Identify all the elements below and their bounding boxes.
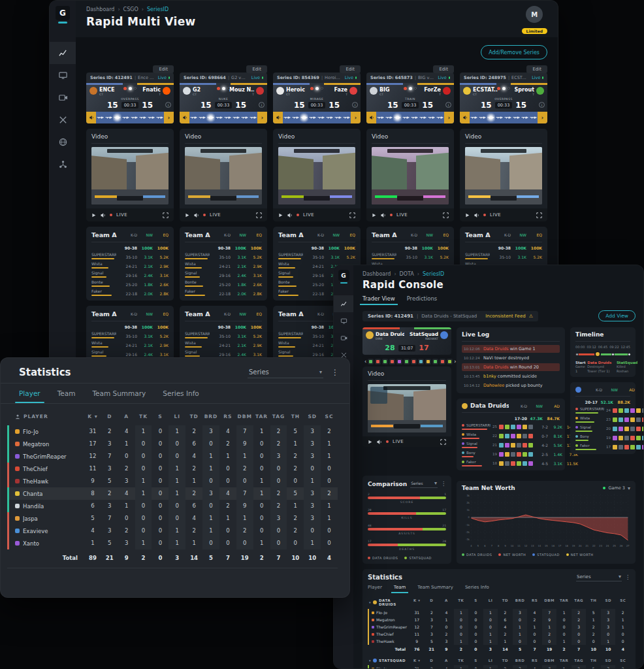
sidebar-item-video-icon[interactable] xyxy=(50,86,76,108)
column-header-d[interactable]: D xyxy=(425,656,440,665)
column-header-sc[interactable]: SC xyxy=(615,596,630,609)
breadcrumb-item-dashboard[interactable]: Dashboard xyxy=(86,7,114,12)
more-menu-icon[interactable]: ⋮ xyxy=(441,481,446,487)
series-dropdown[interactable]: Series▾ xyxy=(576,573,622,581)
log-entry[interactable]: 10:12:06 Data Druids win Game 1 xyxy=(462,345,560,353)
fullscreen-icon[interactable] xyxy=(440,439,446,445)
player-name-cell[interactable]: TheGrimReaper xyxy=(7,450,84,463)
play-icon[interactable] xyxy=(185,213,189,218)
player-name-cell[interactable]: TheHawk xyxy=(368,638,410,645)
add-view-button[interactable]: Add View xyxy=(598,310,636,321)
column-header-a[interactable]: A xyxy=(439,656,454,665)
next-icon[interactable]: › xyxy=(538,112,547,123)
column-header-sc[interactable]: SC xyxy=(615,656,630,665)
edit-button[interactable]: Edit xyxy=(526,65,547,73)
series-card[interactable]: Series ID: 248975| ECSTATIC vs Sprout Li… xyxy=(460,73,547,123)
log-entry[interactable]: 10:14:12 Dahowlee picked up bounty xyxy=(462,382,560,389)
breadcrumb-item-dashboard[interactable]: Dashboard xyxy=(362,271,391,277)
tab-series-info[interactable]: Series Info xyxy=(163,389,199,403)
player-name-cell[interactable]: Megatron xyxy=(368,616,410,623)
next-icon[interactable]: › xyxy=(164,112,174,123)
column-header-d[interactable]: D xyxy=(101,408,118,425)
tab-trader-view[interactable]: Trader View xyxy=(362,295,395,305)
speaker-icon[interactable] xyxy=(460,112,470,123)
tab-team-summary[interactable]: Team Summary xyxy=(92,389,146,403)
tab-team[interactable]: Team xyxy=(57,389,76,403)
player-name-cell[interactable]: TheChief xyxy=(7,463,84,475)
tab-team-summary[interactable]: Team Summary xyxy=(417,585,453,593)
edit-button[interactable]: Edit xyxy=(340,65,361,73)
column-header-td[interactable]: TD xyxy=(498,596,513,609)
app-logo[interactable]: G xyxy=(56,6,70,20)
column-header-td[interactable]: TD xyxy=(498,656,513,665)
column-header-rs[interactable]: RS xyxy=(527,596,542,609)
player-name-cell[interactable]: Handila xyxy=(7,500,84,512)
column-header-k[interactable]: K ▾ xyxy=(84,408,101,425)
volume-icon[interactable] xyxy=(376,439,382,445)
log-entry[interactable]: 10:12:24 NaVi tower destroyed xyxy=(462,354,560,362)
player-name-cell[interactable]: Flo-Jo xyxy=(368,609,410,616)
column-header-dbm[interactable]: DBM xyxy=(542,596,557,609)
video-thumbnail[interactable] xyxy=(278,147,355,204)
column-header-tag[interactable]: TAG xyxy=(572,596,587,609)
column-header-rs[interactable]: RS xyxy=(527,656,542,665)
column-header-li[interactable]: LI xyxy=(483,656,498,665)
sidebar-item-network-icon[interactable] xyxy=(50,153,76,175)
sidebar-item-tools-icon[interactable] xyxy=(50,108,76,131)
tab-series-info[interactable]: Series Info xyxy=(465,585,489,593)
speaker-icon[interactable] xyxy=(273,112,283,123)
volume-icon[interactable] xyxy=(474,212,479,218)
sidebar-item-monitor-icon[interactable] xyxy=(334,312,353,329)
column-header-li[interactable]: LI xyxy=(483,596,498,609)
more-menu-icon[interactable]: ⋮ xyxy=(625,574,630,580)
play-icon[interactable] xyxy=(465,213,470,218)
sidebar-item-video-icon[interactable] xyxy=(334,329,353,346)
volume-icon[interactable] xyxy=(100,212,106,218)
column-header-li[interactable]: LI xyxy=(169,408,185,425)
speaker-icon[interactable] xyxy=(366,112,376,123)
fullscreen-icon[interactable] xyxy=(536,212,542,218)
series-card[interactable]: Series ID: 412491| Ence vs Fnatic Live E… xyxy=(86,73,174,123)
player-name-cell[interactable]: Jaspa xyxy=(7,512,84,525)
next-icon[interactable]: › xyxy=(454,359,456,365)
info-icon[interactable]: i xyxy=(259,102,265,108)
play-icon[interactable] xyxy=(91,213,96,218)
player-name-cell[interactable]: Chanta xyxy=(7,487,84,500)
column-header-sd[interactable]: SD xyxy=(601,656,616,665)
next-icon[interactable]: › xyxy=(257,112,267,123)
tab-player[interactable]: Player xyxy=(368,585,382,593)
fullscreen-icon[interactable] xyxy=(443,212,449,218)
more-menu-icon[interactable]: ⋮ xyxy=(331,368,339,377)
add-remove-series-button[interactable]: Add/Remove Series xyxy=(481,45,547,59)
speaker-icon[interactable] xyxy=(180,112,189,123)
column-header-player[interactable]: PLAYER xyxy=(7,408,84,425)
play-icon[interactable] xyxy=(368,440,372,444)
sidebar-item-trend-icon[interactable] xyxy=(50,42,76,64)
volume-icon[interactable] xyxy=(380,212,386,218)
info-icon[interactable]: i xyxy=(539,102,545,108)
column-header-k[interactable]: K ▾ xyxy=(410,596,425,609)
column-header-tar[interactable]: TAR xyxy=(253,408,270,425)
tab-team[interactable]: Team xyxy=(394,585,406,593)
column-header-tag[interactable]: TAG xyxy=(572,656,587,665)
edit-button[interactable]: Edit xyxy=(153,65,174,73)
group-header-statsquad[interactable]: ▾STATSQUAD xyxy=(368,656,410,665)
video-thumbnail[interactable] xyxy=(368,384,446,432)
fullscreen-icon[interactable] xyxy=(163,212,169,218)
player-name-cell[interactable]: Megatron xyxy=(7,438,84,450)
column-header-th[interactable]: TH xyxy=(287,408,304,425)
breadcrumb-item-dota[interactable]: DOTA xyxy=(400,271,414,277)
fullscreen-icon[interactable] xyxy=(256,212,262,218)
volume-icon[interactable] xyxy=(287,212,293,218)
column-header-sd[interactable]: SD xyxy=(601,596,616,609)
series-card[interactable]: Series ID: 645873| BIG vs ForZe Live BIG… xyxy=(366,73,454,123)
column-header-tag[interactable]: TAG xyxy=(270,408,287,425)
column-header-s[interactable]: S xyxy=(468,656,483,665)
group-header-data-druids[interactable]: ▾DATA DRUIDS xyxy=(368,596,410,609)
column-header-a[interactable]: A xyxy=(118,408,135,425)
column-header-tk[interactable]: TK xyxy=(454,656,469,665)
series-card[interactable]: Series ID: 854369| Heroic vs Faze Live H… xyxy=(273,73,361,123)
column-header-a[interactable]: A xyxy=(439,596,454,609)
info-icon[interactable]: i xyxy=(352,102,358,108)
column-header-tk[interactable]: TK xyxy=(454,596,469,609)
